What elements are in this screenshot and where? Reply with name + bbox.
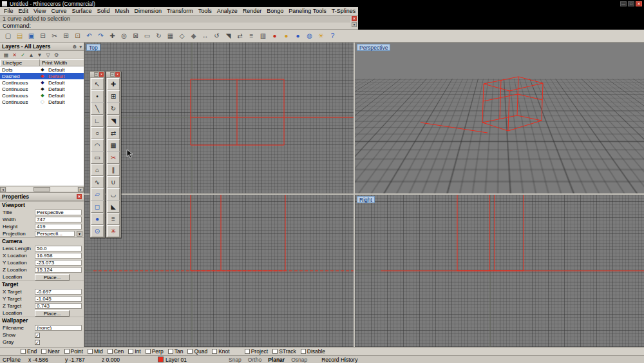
- paste-icon[interactable]: ⊡: [72, 31, 83, 41]
- select-icon[interactable]: ↖: [91, 78, 104, 90]
- property-value-field[interactable]: 15.124: [35, 267, 82, 273]
- collapse-icon[interactable]: –: [110, 72, 115, 77]
- property-value-field[interactable]: 747: [35, 217, 82, 222]
- layer-color-diamond[interactable]: ◆: [38, 73, 47, 79]
- scroll-track[interactable]: [6, 187, 77, 191]
- zoom-dynamic-icon[interactable]: ◎: [118, 31, 129, 41]
- checkbox[interactable]: [64, 349, 70, 354]
- move-down-icon[interactable]: ▼: [35, 52, 44, 59]
- chevron-down-icon[interactable]: ▾: [79, 44, 82, 49]
- scale-icon[interactable]: ◥: [223, 31, 234, 41]
- minimize-button[interactable]: —: [620, 1, 627, 6]
- layer-row[interactable]: Dots◆Default: [0, 66, 84, 73]
- status-toggle-osnap[interactable]: Osnap: [291, 357, 307, 363]
- checkbox[interactable]: [272, 349, 278, 354]
- command-close-icon[interactable]: ✕: [352, 16, 357, 21]
- layer-row[interactable]: Dashed◆Default: [0, 73, 84, 79]
- layer-color-diamond[interactable]: ◆: [38, 66, 47, 73]
- scroll-left-icon[interactable]: ◄: [0, 187, 6, 192]
- property-value-field[interactable]: (none): [35, 325, 82, 331]
- wireframe-display-icon[interactable]: ◇: [176, 31, 187, 41]
- red-box-wireframe[interactable]: [482, 77, 543, 131]
- menu-item-analyze[interactable]: Analyze: [214, 8, 240, 14]
- checkbox[interactable]: [41, 349, 46, 354]
- menu-item-paneling-tools[interactable]: Paneling Tools: [286, 8, 328, 14]
- redo-icon[interactable]: ↷: [95, 31, 106, 41]
- red-rectangle-curves[interactable]: [191, 195, 285, 271]
- menu-item-transform[interactable]: Transform: [164, 8, 196, 14]
- layer-color-diamond[interactable]: ◆: [38, 86, 47, 92]
- print-icon[interactable]: ⊟: [37, 31, 48, 41]
- viewport-front[interactable]: [84, 195, 354, 347]
- pan-icon[interactable]: ✚: [107, 31, 118, 41]
- cplane-button[interactable]: CPlane: [3, 357, 28, 363]
- osnap-end[interactable]: End: [21, 348, 37, 355]
- command-history[interactable]: 1 curve added to selection: [0, 15, 350, 23]
- menu-item-t-splines[interactable]: T-Splines: [329, 8, 359, 14]
- layer-row[interactable]: Continuous◆Default: [0, 79, 84, 86]
- property-value-field[interactable]: -23.073: [35, 260, 82, 266]
- osnap-disable[interactable]: Disable: [301, 348, 325, 355]
- menu-item-dimension[interactable]: Dimension: [131, 8, 164, 14]
- move-icon[interactable]: ✚: [107, 78, 120, 90]
- filter-icon[interactable]: ▽: [44, 52, 52, 59]
- osnap-perp[interactable]: Perp: [146, 348, 164, 355]
- new-layer-icon[interactable]: ▦: [2, 52, 10, 59]
- copy-clipboard-icon[interactable]: ⊞: [61, 31, 71, 41]
- menu-item-render[interactable]: Render: [240, 8, 265, 14]
- object-properties-icon[interactable]: ▥: [258, 31, 269, 41]
- sphere-icon[interactable]: ●: [91, 213, 104, 225]
- viewport-top[interactable]: Top: [84, 43, 354, 193]
- checkbox[interactable]: [21, 349, 26, 354]
- point-icon[interactable]: •: [91, 90, 104, 103]
- status-toggle-ortho[interactable]: Ortho: [248, 357, 261, 363]
- layer-color-diamond[interactable]: ◆: [38, 92, 47, 99]
- offset-icon[interactable]: ≡: [107, 213, 120, 225]
- property-value-field[interactable]: 16.958: [35, 253, 82, 259]
- rotate-icon[interactable]: ↺: [211, 31, 222, 41]
- help-icon[interactable]: ?: [327, 31, 338, 41]
- split-icon[interactable]: ∥: [107, 164, 120, 176]
- osnap-point[interactable]: Point: [64, 348, 83, 355]
- move-up-icon[interactable]: ▲: [27, 52, 35, 59]
- line-icon[interactable]: ╲: [91, 103, 104, 115]
- status-toggle-planar[interactable]: Planar: [268, 357, 285, 363]
- rotate-view-icon[interactable]: ↻: [153, 31, 164, 41]
- checkbox[interactable]: ✓: [35, 340, 40, 345]
- checkbox[interactable]: [168, 349, 173, 354]
- polyline-icon[interactable]: ∟: [91, 115, 104, 127]
- menu-item-edit[interactable]: Edit: [16, 8, 32, 14]
- red-ground-curve[interactable]: [421, 123, 488, 133]
- viewport-perspective[interactable]: Perspective: [355, 43, 644, 193]
- current-layer-chip[interactable]: Layer 01: [158, 357, 203, 363]
- layer-row[interactable]: Continuous◆Default: [0, 86, 84, 92]
- delete-layer-icon[interactable]: ✕: [10, 52, 19, 59]
- checkbox[interactable]: [88, 349, 93, 354]
- close-button[interactable]: ✕: [636, 1, 642, 6]
- maximize-button[interactable]: □: [628, 1, 634, 6]
- copy-icon[interactable]: ⊞: [107, 90, 120, 103]
- earth-globe-icon[interactable]: ◍: [304, 31, 315, 41]
- viewport-label-top[interactable]: Top: [86, 44, 100, 51]
- menu-item-solid[interactable]: Solid: [94, 8, 112, 14]
- viewport-label-perspective[interactable]: Perspective: [357, 44, 390, 51]
- osnap-tan[interactable]: Tan: [168, 348, 184, 355]
- polygon-icon[interactable]: ⌂: [91, 164, 104, 176]
- menu-item-view[interactable]: View: [31, 8, 48, 14]
- checkbox[interactable]: [301, 349, 306, 354]
- viewport-right[interactable]: Right: [355, 195, 644, 347]
- rotate-icon[interactable]: ↻: [107, 103, 120, 115]
- menu-item-tools[interactable]: Tools: [196, 8, 214, 14]
- undo-icon[interactable]: ↶: [84, 31, 95, 41]
- place-button[interactable]: Place...: [35, 310, 70, 317]
- match-layer-icon[interactable]: ✓: [19, 52, 27, 59]
- osnap-int[interactable]: Int: [128, 348, 140, 355]
- close-icon[interactable]: ✕: [115, 72, 120, 77]
- collapse-icon[interactable]: –: [94, 72, 99, 77]
- chamfer-icon[interactable]: ◣: [107, 201, 120, 213]
- osnap-mid[interactable]: Mid: [88, 348, 103, 355]
- property-value-field[interactable]: Perspective: [35, 210, 82, 215]
- menu-item-curve[interactable]: Curve: [48, 8, 69, 14]
- checkbox[interactable]: [128, 349, 133, 354]
- osnap-quad[interactable]: Quad: [187, 348, 207, 355]
